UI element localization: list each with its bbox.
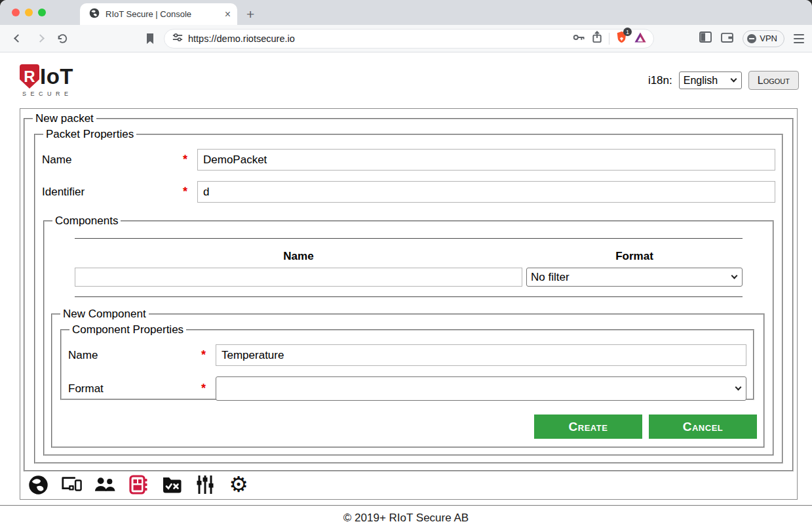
page-footer: © 2019+ RIoT Secure AB [0,505,812,526]
site-settings-tune-icon[interactable] [172,32,183,45]
tab-title: RIoT Secure | Console [106,9,219,19]
bookmark-icon[interactable] [142,30,159,47]
components-filter-row: No filter [75,268,743,287]
share-icon[interactable] [592,31,602,46]
component-name-label: Name [68,349,201,362]
components-table: Name Format No filter [75,238,743,297]
packet-properties-legend: Packet Properties [43,128,136,141]
required-asterisk: * [201,348,216,362]
component-name-row: Name * [68,344,746,366]
column-header-format: Format [526,250,743,263]
component-properties-fieldset: Component Properties Name * Format * [60,323,754,400]
logout-button[interactable]: Logout [748,71,799,90]
divider [609,33,609,45]
component-format-select[interactable] [216,376,746,401]
logo-name: IoT [40,64,73,89]
packet-name-row: Name * [42,149,775,171]
logo-shield-icon: R [20,64,39,89]
packet-identifier-row: Identifier * [42,181,775,203]
vpn-status-icon [747,34,756,43]
brave-rewards-triangle-icon[interactable] [634,31,647,46]
globe-icon[interactable] [28,474,48,495]
menu-icon[interactable] [794,34,804,43]
bottom-nav: ⚙ [24,472,794,499]
component-properties-legend: Component Properties [69,323,186,336]
component-name-input[interactable] [216,344,746,366]
devices-icon[interactable] [61,474,82,495]
copyright-text: © 2019+ RIoT Secure AB [343,512,469,524]
components-fieldset: Components Name Format No filter [43,214,774,456]
name-filter-input[interactable] [75,268,522,287]
new-component-legend: New Component [60,308,149,321]
packets-icon[interactable] [128,474,149,495]
new-packet-fieldset: New packet Packet Properties Name * Iden… [24,112,794,472]
component-format-row: Format * [68,376,746,401]
components-legend: Components [52,214,121,228]
vpn-button[interactable]: VPN [743,30,784,47]
new-packet-legend: New packet [33,112,96,125]
reload-icon[interactable] [54,30,71,47]
back-icon[interactable] [9,30,26,47]
packet-identifier-input[interactable] [197,181,775,203]
tasks-checkbox-icon[interactable] [161,474,182,495]
side-panel-icon[interactable] [699,31,712,45]
window-close-button[interactable] [12,9,20,16]
component-format-label: Format [68,382,201,395]
wallet-icon[interactable] [721,32,733,45]
users-icon[interactable] [94,474,115,495]
browser-tab[interactable]: RIoT Secure | Console × [80,3,237,25]
packet-properties-fieldset: Packet Properties Name * Identifier * Co… [34,128,783,464]
language-select[interactable]: English [679,71,742,89]
shield-badge-count: 1 [623,28,632,36]
table-top-rule [75,238,743,239]
language-select-wrap: English [679,71,742,89]
url-text[interactable]: https://demo.riotsecure.io [188,33,568,44]
format-filter-wrap: No filter [526,268,743,287]
cancel-button[interactable]: Cancel [649,415,757,439]
components-table-header: Name Format [75,250,743,263]
table-bottom-rule [75,296,743,297]
tab-close-icon[interactable]: × [225,9,231,20]
tuning-sliders-icon[interactable] [195,474,216,495]
forward-icon[interactable] [31,30,48,47]
brave-shield-icon[interactable]: 1 [616,31,627,46]
vpn-label: VPN [760,33,777,43]
component-format-wrap [216,376,746,401]
window-minimize-button[interactable] [25,9,33,16]
required-asterisk: * [201,382,216,395]
column-header-name: Name [75,250,522,263]
tab-favicon-globe-icon [89,8,100,21]
packet-name-label: Name [42,153,183,167]
packet-name-input[interactable] [197,149,775,171]
window-controls [12,0,46,25]
format-filter-select[interactable]: No filter [526,268,743,287]
window-zoom-button[interactable] [38,9,46,16]
logo-tagline: SECURE [20,91,73,97]
packet-identifier-label: Identifier [42,186,183,199]
riot-secure-logo: R IoT SECURE [20,64,73,97]
create-button[interactable]: Create [534,415,642,439]
new-tab-button[interactable]: + [246,7,254,22]
settings-gear-icon[interactable]: ⚙ [228,474,249,495]
form-actions: Create Cancel [59,400,757,440]
required-asterisk: * [183,153,197,167]
i18n-label: i18n: [648,74,672,87]
page-header: R IoT SECURE i18n: English Logout [0,52,812,108]
browser-tab-strip: RIoT Secure | Console × + [0,0,812,25]
console-content: New packet Packet Properties Name * Iden… [20,108,798,500]
required-asterisk: * [183,185,197,199]
password-key-icon[interactable] [573,33,585,45]
url-bar[interactable]: https://demo.riotsecure.io 1 [164,29,654,49]
new-component-fieldset: New Component Component Properties Name … [51,308,765,448]
browser-toolbar: https://demo.riotsecure.io 1 [0,25,812,52]
